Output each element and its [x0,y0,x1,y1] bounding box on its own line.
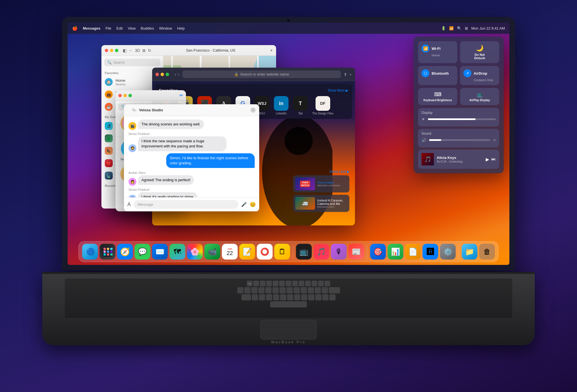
tv-card-iceland[interactable]: 🚐 Iceland A Caravan,Caterina and Me tele… [293,195,349,212]
dock-messages[interactable]: 💬 [135,244,150,260]
key-2[interactable] [251,287,258,293]
dock-maps[interactable]: 🗺 [170,244,185,260]
display-brightness-slider[interactable] [428,118,496,120]
dock-notes[interactable]: 📝 [239,244,255,260]
key-delete[interactable] [329,287,340,293]
contacts-fullscreen-button[interactable] [128,94,132,97]
safari-url-bar[interactable]: 🔒 Search or enter website name [182,70,341,78]
buddies-menu[interactable]: Buddies [141,26,154,30]
safari-fullscreen-button[interactable] [166,73,169,76]
dock-trash[interactable]: 🗑 [479,244,495,260]
emoji-picker-button[interactable]: 😊 [250,201,256,208]
maps-3d-icon[interactable]: 3D [135,48,140,53]
apple-logo-icon[interactable]: 🍎 [72,26,78,31]
safari-back-icon[interactable]: ‹ [175,72,176,77]
key-f10[interactable] [312,281,317,286]
play-button[interactable]: ▶ [486,157,489,162]
dock-photos[interactable]: 🌸 [187,244,203,260]
sound-volume-slider[interactable] [429,139,490,141]
safari-minimize-button[interactable] [161,73,164,76]
key-q[interactable] [252,294,258,300]
maps-sidebar-toggle-icon[interactable]: ◧ [123,48,127,53]
dnd-tile[interactable]: 🌙 Do NotDisturb [460,41,499,63]
key-r[interactable] [273,294,279,300]
key-i[interactable] [301,294,307,300]
key-8[interactable] [294,287,300,293]
keyboard-brightness-tile[interactable]: ⌨ Keyboard Brightness [418,88,457,105]
key-f9[interactable] [305,281,311,286]
minimize-button[interactable] [110,49,113,52]
safari-share-icon[interactable]: ⬆ [344,72,347,77]
maps-back-icon[interactable]: ← [129,48,133,53]
key-f12[interactable] [325,281,330,286]
key-4[interactable] [265,287,272,293]
file-menu[interactable]: File [105,26,111,30]
search-menubar-icon[interactable]: 🔍 [457,26,461,30]
maps-layers-icon[interactable]: ⊞ [142,48,146,53]
dock-reminders[interactable]: ⭕ [257,244,273,260]
key-tab[interactable] [241,294,251,300]
imessage-input[interactable]: iMessage [134,200,238,209]
wifi-tile[interactable]: 📶 Wi-Fi Home [418,41,457,63]
audio-button[interactable]: 🎤 [241,202,247,207]
dock-files[interactable]: 📁 [462,244,478,260]
compose-button[interactable]: ✏ [179,93,183,98]
key-space[interactable] [270,301,307,307]
help-menu[interactable]: Help [177,26,185,30]
dock-facetime[interactable]: 📹 [205,244,220,260]
key-1[interactable] [244,287,250,293]
dock-mail[interactable]: ✉️ [152,244,168,260]
safari-close-button[interactable] [156,73,159,76]
dock-appstore[interactable]: 🅰 [423,244,438,260]
tv-card-ones-to-watch[interactable]: ONESWATCH Ones to Watch television.com/o… [293,175,349,192]
key-f5[interactable] [279,281,285,286]
fav-design-files[interactable]: DF The Design Files [312,96,333,115]
key-0[interactable] [308,287,314,293]
maps-traffic-icon[interactable]: ↻ [148,48,151,53]
dock-numbers[interactable]: 📊 [388,244,403,260]
dock-music[interactable]: 🎵 [314,244,329,260]
close-button[interactable] [105,49,108,52]
messages-info-button[interactable]: ⓘ [250,107,256,113]
dock-podcasts[interactable]: 🎙 [331,244,347,260]
fav-tait[interactable]: T Tait [293,96,308,115]
airplay-display-tile[interactable]: 📺 AirPlay Display [460,88,499,105]
edit-menu[interactable]: Edit [116,26,123,30]
key-minus[interactable] [315,287,321,293]
dock-appletv[interactable]: 📺 [296,244,312,260]
maps-search-box[interactable]: 🔍 Search [104,59,160,66]
key-tilde[interactable] [237,287,243,293]
trackpad[interactable] [260,320,317,340]
window-menu[interactable]: Window [159,26,172,30]
dock-keynote[interactable]: 🎯 [370,244,386,260]
safari-forward-icon[interactable]: › [178,72,179,77]
key-f4[interactable] [273,281,278,286]
key-rbracket[interactable] [329,294,336,300]
emoji-button[interactable]: A [127,201,131,207]
airdrop-tile[interactable]: ↗ AirDrop Contacts Only [460,66,499,85]
bluetooth-tile[interactable]: ⬡ Bluetooth [418,66,457,85]
safari-newtab-icon[interactable]: + [349,72,352,77]
contacts-minimize-button[interactable] [123,94,127,97]
key-6[interactable] [279,287,286,293]
key-5[interactable] [272,287,279,293]
key-f2[interactable] [260,281,265,286]
dock-pages[interactable]: 📄 [405,244,421,260]
key-lbracket[interactable] [322,294,329,300]
dock-launchpad[interactable] [100,244,116,260]
key-e[interactable] [266,294,272,300]
key-y[interactable] [287,294,293,300]
key-f7[interactable] [292,281,298,286]
key-f8[interactable] [299,281,304,286]
key-3[interactable] [258,287,265,293]
key-f1[interactable] [253,281,259,286]
dock-safari[interactable]: 🧭 [117,244,133,260]
key-f6[interactable] [286,281,291,286]
dock-news[interactable]: 📰 [349,244,364,260]
key-t[interactable] [280,294,286,300]
control-center-icon[interactable]: ⊞ [465,26,468,30]
key-p[interactable] [315,294,321,300]
dock-finder[interactable]: 🔵 [82,244,98,260]
wifi-menubar-icon[interactable]: 📶 [449,26,454,30]
dock-stickies[interactable]: 🗒 [274,244,290,260]
